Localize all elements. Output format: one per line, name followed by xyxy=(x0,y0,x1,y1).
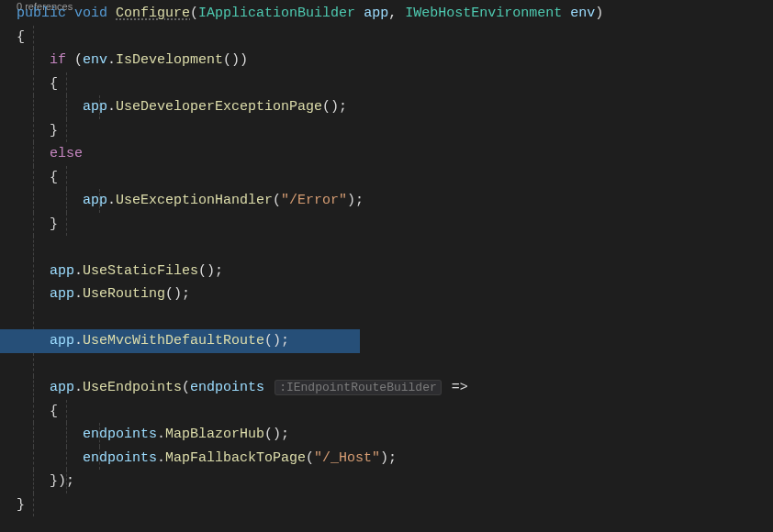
code-line-11[interactable] xyxy=(17,236,773,260)
dot: . xyxy=(107,193,116,208)
paren-open: ( xyxy=(182,380,190,395)
keyword-else: else xyxy=(50,146,83,161)
code-line-4[interactable]: { xyxy=(17,72,773,96)
indent xyxy=(17,380,50,395)
dot: . xyxy=(107,52,116,68)
ident-app: app xyxy=(83,193,107,208)
method-useexceptionhandler: UseExceptionHandler xyxy=(116,193,273,208)
method-mapfallbacktopage: MapFallbackToPage xyxy=(165,450,306,466)
paren-open: ( xyxy=(306,450,314,466)
dot: . xyxy=(107,99,116,115)
keyword-public: public xyxy=(17,6,66,21)
ident-endpoints: endpoints xyxy=(83,427,157,442)
code-line-15[interactable]: app.UseMvcWithDefaultRoute(); xyxy=(17,329,773,353)
ident-app: app xyxy=(50,263,74,279)
indent xyxy=(17,263,50,279)
call: (); xyxy=(264,333,289,349)
ident-app: app xyxy=(50,286,74,302)
code-line-19[interactable]: endpoints.MapBlazorHub(); xyxy=(17,423,773,447)
ident-app: app xyxy=(83,99,107,115)
code-line-3[interactable]: if (env.IsDevelopment()) xyxy=(17,49,773,72)
param-endpoints: endpoints xyxy=(190,380,264,395)
code-line-20[interactable]: endpoints.MapFallbackToPage("/_Host"); xyxy=(17,447,773,471)
type-iapplicationbuilder: IApplicationBuilder xyxy=(198,6,355,21)
ident-app: app xyxy=(50,333,74,349)
selection-highlight: app.UseMvcWithDefaultRoute(); xyxy=(17,329,291,353)
code-line-13[interactable]: app.UseRouting(); xyxy=(17,283,773,306)
indent xyxy=(17,99,83,115)
code-line-8[interactable]: { xyxy=(17,166,773,190)
method-useendpoints: UseEndpoints xyxy=(83,380,182,395)
paren: ( xyxy=(66,52,83,68)
code-line-14[interactable] xyxy=(17,306,773,330)
code-line-16[interactable] xyxy=(17,353,773,377)
paren-open: ( xyxy=(190,6,198,21)
code-line-21[interactable]: }); xyxy=(17,470,773,493)
dot: . xyxy=(74,263,83,279)
type-iwebhostenvironment: IWebHostEnvironment xyxy=(405,6,562,21)
indent xyxy=(17,333,50,349)
string-error: "/Error" xyxy=(281,193,347,208)
code-line-22[interactable]: } xyxy=(17,493,773,517)
dot: . xyxy=(74,286,83,302)
call: (); xyxy=(165,286,190,302)
call: (); xyxy=(264,427,289,442)
call: (); xyxy=(198,263,223,279)
brace-open: { xyxy=(17,170,58,185)
brace-close: }); xyxy=(17,473,74,489)
code-line-10[interactable]: } xyxy=(17,213,773,237)
code-line-6[interactable]: } xyxy=(17,119,773,143)
code-line-1[interactable]: public void Configure(IApplicationBuilde… xyxy=(17,2,773,26)
paren-close: ); xyxy=(380,450,397,466)
code-line-18[interactable]: { xyxy=(17,400,773,424)
method-usestaticfiles: UseStaticFiles xyxy=(83,263,198,279)
method-mapblazorhub: MapBlazorHub xyxy=(165,427,264,442)
comma: , xyxy=(388,6,405,21)
param-app: app xyxy=(364,6,388,21)
code-line-17[interactable]: app.UseEndpoints(endpoints :IEndpointRou… xyxy=(17,376,773,400)
param-env: env xyxy=(570,6,595,21)
keyword-void: void xyxy=(74,6,107,21)
code-line-7[interactable]: else xyxy=(17,142,773,166)
method-userouting: UseRouting xyxy=(83,286,165,302)
brace-open: { xyxy=(17,404,58,419)
indent xyxy=(17,193,83,208)
dot: . xyxy=(157,450,165,466)
method-isdevelopment: IsDevelopment xyxy=(116,52,223,68)
dot: . xyxy=(74,380,83,395)
code-line-12[interactable]: app.UseStaticFiles(); xyxy=(17,260,773,283)
ident-endpoints: endpoints xyxy=(83,450,157,466)
inline-hint-type: :IEndpointRouteBuilder xyxy=(274,380,442,395)
brace-close: } xyxy=(17,123,58,139)
code-line-9[interactable]: app.UseExceptionHandler("/Error"); xyxy=(17,189,773,213)
ident-env: env xyxy=(83,52,107,68)
method-usemvcwithdefaultroute: UseMvcWithDefaultRoute xyxy=(83,333,264,349)
code-line-5[interactable]: app.UseDeveloperExceptionPage(); xyxy=(17,95,773,119)
dot: . xyxy=(74,333,83,349)
paren-open: ( xyxy=(273,193,281,208)
lambda-arrow: => xyxy=(443,380,468,395)
paren-close: ) xyxy=(595,6,603,21)
code-line-2[interactable]: { xyxy=(17,26,773,50)
brace-close: } xyxy=(17,216,58,232)
ident-app: app xyxy=(50,380,74,395)
call: (); xyxy=(322,99,347,115)
indent xyxy=(17,286,50,302)
dot: . xyxy=(157,427,165,442)
brace-close: } xyxy=(17,497,25,513)
call-close: ()) xyxy=(223,52,248,68)
paren-close: ); xyxy=(347,193,364,208)
indent xyxy=(17,146,50,161)
code-editor[interactable]: 0 references public void Configure(IAppl… xyxy=(0,2,773,516)
method-name-configure: Configure xyxy=(116,6,190,21)
method-usedeveloperexceptionpage: UseDeveloperExceptionPage xyxy=(116,99,322,115)
brace-open: { xyxy=(17,76,58,92)
keyword-if: if xyxy=(50,52,66,68)
brace-open: { xyxy=(17,29,25,45)
string-host: "/_Host" xyxy=(314,450,380,466)
indent xyxy=(17,427,83,442)
indent xyxy=(17,450,83,466)
